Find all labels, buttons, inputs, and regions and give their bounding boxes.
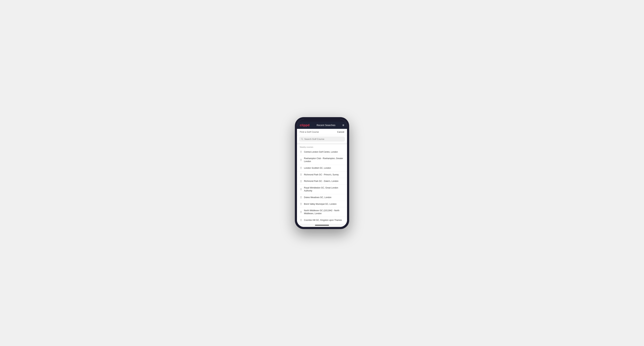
nearby-label: Nearby courses [297, 145, 347, 149]
pin-icon [300, 159, 302, 161]
course-list-item[interactable]: North Middlesex GC (1011942 - North Midd… [297, 207, 347, 217]
course-name: Royal Wimbledon GC, Great London Authori… [304, 186, 344, 192]
phone-frame: clippd Recent Searches ≡ Find a Golf Cou… [295, 117, 349, 229]
course-list-item[interactable]: Royal Wimbledon GC, Great London Authori… [297, 185, 347, 194]
svg-point-8 [301, 197, 301, 197]
pin-icon [300, 180, 302, 182]
find-bar: Find a Golf Course Cancel [297, 129, 347, 135]
svg-point-3 [301, 160, 301, 160]
svg-point-6 [301, 181, 301, 181]
svg-point-9 [301, 203, 301, 204]
course-list-item[interactable]: Brent Valley Municipal GC, London [297, 201, 347, 207]
content-area: Find a Golf Course Cancel Nearby courses [297, 129, 347, 227]
course-list-item[interactable]: Richmond Park GC - Prince's, Surrey [297, 172, 347, 178]
course-name: Brent Valley Municipal GC, London [304, 203, 336, 206]
search-box[interactable] [299, 137, 345, 142]
search-input[interactable] [304, 138, 343, 140]
course-name: Central London Golf Centre, London [304, 151, 338, 154]
pin-icon [300, 219, 302, 221]
course-name: North Middlesex GC (1011942 - North Midd… [304, 209, 344, 215]
app-logo: clippd [300, 123, 310, 127]
find-label: Find a Golf Course [300, 131, 319, 133]
header-title: Recent Searches [316, 124, 335, 127]
cancel-button[interactable]: Cancel [337, 131, 344, 133]
pin-icon [300, 211, 302, 213]
home-indicator [297, 224, 347, 227]
course-list: Central London Golf Centre, London Roeha… [297, 149, 347, 223]
app-header: clippd Recent Searches ≡ [297, 122, 347, 129]
svg-point-5 [301, 174, 301, 175]
svg-point-7 [301, 189, 301, 189]
course-list-item[interactable]: London Scottish GC, London [297, 165, 347, 172]
svg-point-10 [301, 211, 301, 212]
course-list-item[interactable]: Richmond Park GC - Duke's, London [297, 178, 347, 185]
course-name: Coombe Hill GC, Kingston upon Thames [304, 219, 342, 222]
course-list-item[interactable]: Central London Golf Centre, London [297, 149, 347, 156]
phone-notch [297, 119, 347, 122]
svg-line-1 [302, 140, 303, 140]
pin-icon [300, 173, 302, 176]
pin-icon [300, 167, 302, 169]
nearby-section: Nearby courses Central London Golf Centr… [297, 145, 347, 224]
course-name: Richmond Park GC - Duke's, London [304, 180, 338, 183]
home-bar [315, 225, 329, 225]
course-name: Dukes Meadows GC, London [304, 196, 332, 199]
menu-icon[interactable]: ≡ [342, 124, 344, 127]
course-name: London Scottish GC, London [304, 167, 331, 170]
phone-screen: clippd Recent Searches ≡ Find a Golf Cou… [297, 119, 347, 227]
course-list-item[interactable]: Roehampton Club - Roehampton, Greater Lo… [297, 155, 347, 165]
svg-point-2 [301, 152, 301, 152]
course-name: Richmond Park GC - Prince's, Surrey [304, 173, 339, 176]
search-container [297, 135, 347, 143]
pin-icon [300, 203, 302, 205]
pin-icon [300, 188, 302, 190]
search-icon [301, 138, 303, 140]
course-list-item[interactable]: Coombe Hill GC, Kingston upon Thames [297, 217, 347, 223]
pin-icon [300, 151, 302, 153]
svg-point-11 [301, 220, 301, 220]
pin-icon [300, 196, 302, 199]
course-name: Roehampton Club - Roehampton, Greater Lo… [304, 157, 344, 163]
course-list-item[interactable]: Dukes Meadows GC, London [297, 194, 347, 201]
svg-point-4 [301, 168, 301, 168]
